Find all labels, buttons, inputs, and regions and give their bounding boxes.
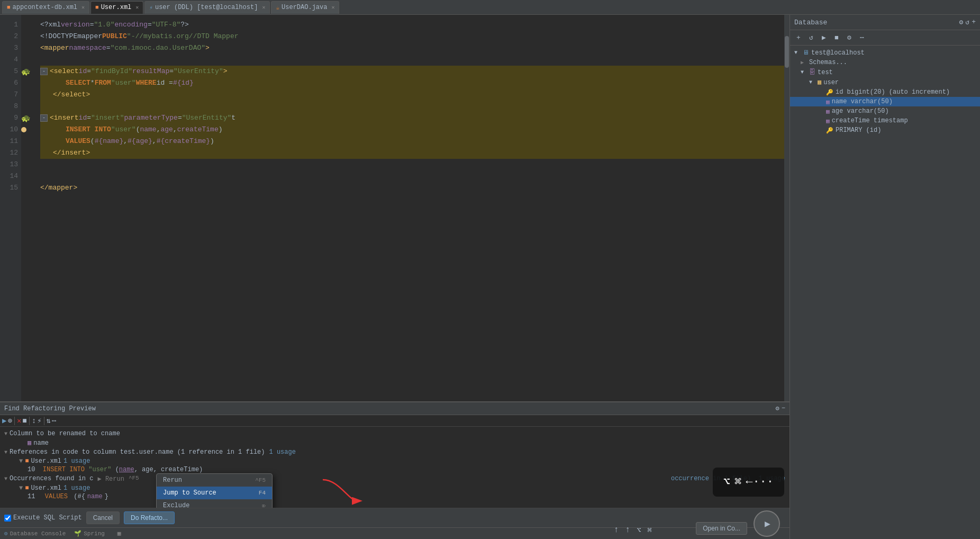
tree-item-schemas[interactable]: ▶ Schemas... <box>790 58 980 67</box>
refactor-file-3a: User.xml <box>31 484 61 492</box>
key-icon: 🔑 <box>826 127 833 134</box>
tab-close-userdao[interactable]: ✕ <box>331 4 334 11</box>
spring-icon: 🌱 <box>74 530 81 537</box>
scrollbar-thumb[interactable] <box>785 36 789 68</box>
bottom-panel-toolbar: ▶ ⊚ ✕ ■ ↕ ⚡ ⇅ ⋯ <box>0 415 790 427</box>
execute-sql-label[interactable]: Execute SQL Script <box>4 514 82 522</box>
schema-icon: 🗄 <box>809 68 815 76</box>
tab-userddl[interactable]: ⚡ user (DDL) [test@localhost] ✕ <box>144 1 270 14</box>
db-icon-ddl: ⚡ <box>149 4 153 11</box>
code-line-15: </mapper> <box>40 182 784 194</box>
col-icon-1: ▦ <box>28 439 31 447</box>
line-num-5: 5 <box>0 66 18 77</box>
toolbar-run-icon[interactable]: ▶ <box>819 32 829 43</box>
context-menu-item-rerun[interactable]: Rerun ^F5 <box>157 474 272 487</box>
code-line-11: VALUES ( #{name} , #{age} , #{createTime… <box>40 136 784 147</box>
tab-close-user[interactable]: ✕ <box>135 4 139 11</box>
toolbar-stop-icon[interactable]: ■ <box>831 32 842 43</box>
toolbar-divider <box>14 417 15 425</box>
open-in-console-button[interactable]: Open in Co... <box>696 522 747 535</box>
filter-icon[interactable]: ⊚ <box>7 416 12 425</box>
rerun-icon[interactable]: ▶ <box>2 416 6 425</box>
line-num-6: 6 <box>0 77 18 89</box>
tree-item-col-createtime[interactable]: ▦ createTime timestamp <box>790 116 980 125</box>
execute-sql-checkbox[interactable] <box>4 515 11 522</box>
line-num-13: 13 <box>0 159 18 170</box>
line-numbers: 1 2 3 4 5 6 7 8 9 10 11 12 13 14 15 <box>0 15 21 401</box>
play-button[interactable]: ▶ <box>754 510 780 537</box>
gutter-icon-9: 🐢 <box>21 114 30 123</box>
tab-appcontext[interactable]: ■ appcontext-db.xml ✕ <box>2 1 89 14</box>
editor-area: 1 2 3 4 5 6 7 8 9 10 11 12 13 14 15 <box>0 15 790 539</box>
tab-bar: ■ appcontext-db.xml ✕ ■ User.xml ✕ ⚡ use… <box>0 0 980 15</box>
tree-item-schema-test[interactable]: ▼ 🗄 test <box>790 67 980 77</box>
arrow-icon-1: ▼ <box>4 431 7 437</box>
vertical-scrollbar[interactable] <box>784 15 790 401</box>
tab-close-userddl[interactable]: ✕ <box>262 4 265 11</box>
bottom-panel-header: Find Refactoring Preview ⚙ − <box>0 402 790 415</box>
status-db-console: ⊙ Database Console <box>4 530 66 537</box>
code-line-4 <box>40 54 784 66</box>
line-num-11: 11 <box>0 136 18 147</box>
nav-cmd-icon[interactable]: ⌘ <box>648 526 652 535</box>
toolbar-more-icon[interactable]: ⋯ <box>857 32 867 43</box>
toolbar-sync-icon[interactable]: ↺ <box>806 32 816 43</box>
context-menu-item-jump[interactable]: Jump to Source F4 <box>157 487 272 499</box>
context-menu-item-exclude[interactable]: Exclude ⌦ <box>157 499 272 508</box>
tree-item-table-user[interactable]: ▼ ▦ user <box>790 77 980 87</box>
nav-up-icon[interactable]: ↑ <box>614 525 619 535</box>
code-content[interactable]: <?xml version = "1.0" encoding = "UTF-8"… <box>34 15 784 401</box>
context-rerun-shortcut: ^F5 <box>255 477 266 483</box>
sort-icon[interactable]: ⇅ <box>47 416 51 425</box>
primary-label: PRIMARY (id) <box>836 127 881 134</box>
toolbar-add-icon[interactable]: + <box>793 32 804 43</box>
tab-userdao[interactable]: ☕ UserDAO.java ✕ <box>271 1 339 14</box>
refactor-usage-2a: 1 usage <box>63 457 90 465</box>
cancel-button[interactable]: Cancel <box>86 511 120 524</box>
do-refactor-button[interactable]: Do Refacto... <box>124 511 175 524</box>
line-num-12: 12 <box>0 147 18 159</box>
tab-close-appcontext[interactable]: ✕ <box>81 4 85 11</box>
tree-item-primary[interactable]: 🔑 PRIMARY (id) <box>790 125 980 135</box>
toolbar-divider-2 <box>29 417 30 425</box>
tab-user[interactable]: ■ User.xml ✕ <box>90 1 143 14</box>
fold-icon-5[interactable]: - <box>40 68 48 75</box>
context-rerun-label: Rerun <box>163 477 182 484</box>
col-createtime-label: createTime timestamp <box>832 117 908 124</box>
play-icon: ▶ <box>765 518 770 529</box>
col-name-label: name varchar(50) <box>832 98 893 105</box>
code-editor[interactable]: 1 2 3 4 5 6 7 8 9 10 11 12 13 14 15 <box>0 15 790 401</box>
refactor-count-2: 1 usage <box>269 448 296 456</box>
expand-icon[interactable]: ↕ <box>32 417 36 425</box>
execute-sql-text: Execute SQL Script <box>13 514 82 522</box>
schemas-arrow: ▶ <box>801 59 807 66</box>
nav-up-icon-2[interactable]: ↑ <box>625 525 631 535</box>
xml-icon: ■ <box>7 4 11 11</box>
tree-item-col-name[interactable]: ▦ name varchar(50) <box>790 97 980 106</box>
close-icon[interactable]: ✕ <box>17 416 21 425</box>
more-icon[interactable]: ⋯ <box>52 416 56 425</box>
code-line-3: <mapper namespace = "com.imooc.dao.UserD… <box>40 42 784 54</box>
settings-icon[interactable]: ⚙ <box>776 405 779 412</box>
settings-icon-db[interactable]: ⚙ <box>959 18 964 26</box>
line-num-4: 4 <box>0 54 18 66</box>
refresh-icon-db[interactable]: ↺ <box>965 18 969 26</box>
tab-label-userddl: user (DDL) [test@localhost] <box>155 4 258 11</box>
nav-option-icon[interactable]: ⌥ <box>637 526 641 535</box>
line-num-3: 3 <box>0 42 18 54</box>
tree-item-col-id[interactable]: 🔑 id bigint(20) (auto increment) <box>790 87 980 97</box>
toolbar-settings-icon[interactable]: ⚙ <box>844 32 855 43</box>
line-num-7: 7 <box>0 89 18 101</box>
tree-item-col-age[interactable]: ▦ age varchar(50) <box>790 106 980 116</box>
toolbar-divider-3 <box>44 417 44 425</box>
minimize-icon[interactable]: − <box>782 405 785 412</box>
add-icon-db[interactable]: + <box>972 18 976 26</box>
refactor-usage-3a: 1 usage <box>63 484 90 492</box>
breakpoint-icon-10 <box>21 127 26 132</box>
tree-item-server[interactable]: ▼ 🖥 test@localhost <box>790 48 980 58</box>
refactor-label-1: Column to be renamed to cname <box>10 430 120 437</box>
db-console-label: Database Console <box>10 531 66 537</box>
db-run-icon[interactable]: ⚡ <box>37 416 41 425</box>
stop-icon[interactable]: ■ <box>22 417 26 425</box>
fold-icon-9[interactable]: - <box>40 114 48 122</box>
